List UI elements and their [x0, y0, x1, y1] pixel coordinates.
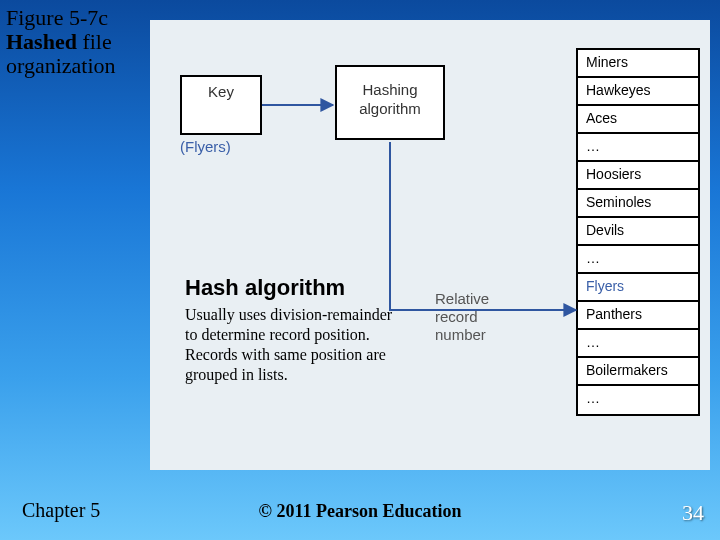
record-cell: … — [578, 246, 698, 274]
algo-label: Hashing algorithm — [359, 81, 421, 117]
record-cell: Panthers — [578, 302, 698, 330]
record-cell: … — [578, 134, 698, 162]
relative-record-label: Relative record number — [435, 290, 525, 344]
hashing-algorithm-box: Hashing algorithm — [335, 65, 445, 140]
note-body: Usually uses division-remainder to deter… — [185, 305, 405, 385]
figure-title-bold: Hashed — [6, 29, 77, 54]
note-heading: Hash algorithm — [185, 275, 345, 301]
record-cell: … — [578, 386, 698, 414]
key-example: (Flyers) — [180, 138, 231, 155]
records-table: MinersHawkeyesAces…HoosiersSeminolesDevi… — [576, 48, 700, 416]
footer-page-number: 34 — [682, 500, 704, 526]
diagram-canvas: Key (Flyers) Hashing algorithm Relative … — [150, 20, 710, 470]
footer-copyright: © 2011 Pearson Education — [0, 501, 720, 522]
record-cell: Aces — [578, 106, 698, 134]
record-cell: Devils — [578, 218, 698, 246]
record-cell: Flyers — [578, 274, 698, 302]
record-cell: Seminoles — [578, 190, 698, 218]
record-cell: Boilermakers — [578, 358, 698, 386]
record-cell: Miners — [578, 50, 698, 78]
record-cell: Hoosiers — [578, 162, 698, 190]
key-box: Key — [180, 75, 262, 135]
record-cell: … — [578, 330, 698, 358]
arrow-algo-to-record — [390, 142, 576, 310]
figure-number: Figure 5-7c — [6, 5, 108, 30]
figure-title: Figure 5-7c Hashed file organization — [6, 6, 156, 79]
record-cell: Hawkeyes — [578, 78, 698, 106]
key-label: Key — [208, 83, 234, 100]
